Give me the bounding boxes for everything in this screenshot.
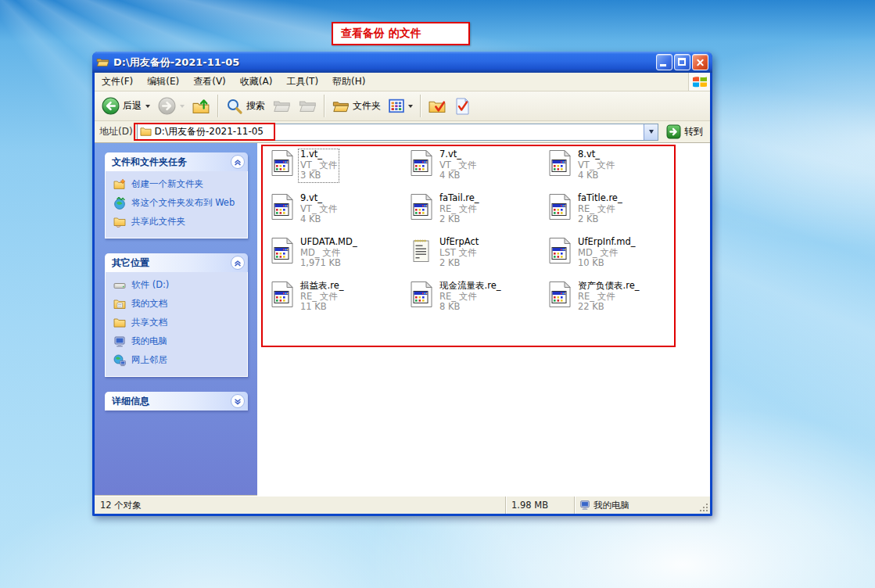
search-button[interactable]: 搜索 — [222, 96, 269, 117]
menu-view[interactable]: 查看(V) — [186, 73, 233, 91]
drive-icon — [113, 279, 126, 292]
chevron-up-icon — [233, 157, 242, 167]
back-button[interactable]: 后退 — [98, 95, 154, 117]
task-label: 将这个文件夹发布到 Web — [131, 197, 235, 208]
menu-help[interactable]: 帮助(H) — [325, 73, 372, 91]
panel-details: 详细信息 — [105, 392, 248, 411]
file-size: 10 KB — [578, 258, 636, 269]
task-publish-to-web[interactable]: 将这个文件夹发布到 Web — [113, 197, 242, 210]
file-size: 2 KB — [578, 214, 622, 225]
place-shared-documents[interactable]: 共享文档 — [113, 317, 242, 329]
file-size: 8 KB — [439, 302, 500, 313]
menu-tools[interactable]: 工具(T) — [279, 73, 325, 91]
file-item[interactable]: 现金流量表.re_ RE_ 文件 8 KB — [407, 279, 546, 323]
panel-details-header[interactable]: 详细信息 — [105, 392, 248, 411]
search-label: 搜索 — [246, 99, 265, 113]
maximize-button[interactable] — [674, 54, 690, 70]
menu-file[interactable]: 文件(F) — [95, 73, 140, 91]
place-label: 我的电脑 — [131, 335, 167, 346]
file-item[interactable]: 7.vt_ VT_ 文件 4 KB — [407, 148, 546, 192]
publish-web-icon — [113, 197, 126, 210]
file-item[interactable]: faTitle.re_ RE_ 文件 2 KB — [546, 192, 680, 235]
my-computer-icon — [579, 500, 590, 511]
views-dropdown-caret[interactable] — [408, 105, 413, 108]
file-name: 现金流量表.re_ — [439, 281, 500, 292]
table-file-icon — [407, 280, 434, 309]
file-name: 损益表.re_ — [300, 281, 343, 292]
file-item[interactable]: 1.vt_ VT_ 文件 3 KB — [268, 148, 407, 192]
expand-button[interactable] — [231, 394, 245, 408]
share-folder-icon — [113, 216, 126, 228]
close-button[interactable] — [692, 54, 708, 70]
file-name: UfErpInf.md_ — [578, 237, 636, 248]
forward-button[interactable] — [154, 95, 188, 117]
file-item[interactable]: 9.vt_ VT_ 文件 4 KB — [268, 192, 407, 235]
panel-title: 其它位置 — [112, 256, 231, 270]
panel-other-places-header[interactable]: 其它位置 — [105, 253, 248, 272]
views-button[interactable] — [385, 97, 417, 116]
copy-to-button[interactable] — [295, 95, 321, 117]
file-item[interactable]: 损益表.re_ RE_ 文件 11 KB — [268, 279, 407, 323]
status-total-size: 1.98 MB — [505, 497, 574, 514]
folder-check-button[interactable] — [425, 95, 450, 117]
up-button[interactable] — [188, 95, 214, 117]
annotation-text: 查看备份 的文件 — [341, 27, 421, 41]
file-item[interactable]: 资产负债表.re_ RE_ 文件 22 KB — [546, 279, 680, 323]
move-to-icon — [273, 97, 291, 115]
network-places-icon — [113, 354, 126, 367]
file-size: 4 KB — [439, 170, 476, 181]
file-name: 资产负债表.re_ — [578, 281, 639, 292]
place-label: 共享文档 — [131, 317, 167, 328]
panel-file-tasks: 文件和文件夹任务 创建一个新文件夹 将这个文件夹发布到 Web — [105, 152, 248, 238]
menu-favorites[interactable]: 收藏(A) — [233, 73, 280, 91]
task-create-new-folder[interactable]: 创建一个新文件夹 — [113, 178, 242, 191]
search-icon — [226, 98, 243, 115]
folders-label: 文件夹 — [353, 99, 381, 113]
file-name: UFDATA.MD_ — [300, 237, 357, 248]
move-to-button[interactable] — [269, 95, 295, 117]
file-item[interactable]: faTail.re_ RE_ 文件 2 KB — [407, 192, 546, 235]
place-my-documents[interactable]: 我的文档 — [113, 298, 242, 310]
place-my-computer[interactable]: 我的电脑 — [113, 335, 242, 348]
file-item[interactable]: UFDATA.MD_ MD_ 文件 1,971 KB — [268, 235, 407, 279]
folders-button[interactable]: 文件夹 — [328, 96, 385, 117]
status-bar: 12 个对象 1.98 MB 我的电脑 — [95, 496, 710, 514]
file-type: RE_ 文件 — [578, 292, 639, 303]
folders-icon — [332, 98, 350, 115]
resize-grip[interactable] — [698, 497, 710, 514]
place-network[interactable]: 网上邻居 — [113, 354, 242, 367]
explorer-window: D:\用友备份-2021-11-05 文件(F) 编辑(E) 查看(V) 收藏(… — [92, 52, 712, 516]
file-type: VT_ 文件 — [578, 160, 615, 171]
file-name: faTail.re_ — [439, 193, 479, 204]
collapse-button[interactable] — [231, 155, 245, 169]
back-dropdown-caret[interactable] — [145, 105, 150, 108]
address-input[interactable]: D:\用友备份-2021-11-05 — [137, 124, 658, 141]
collapse-button[interactable] — [231, 256, 245, 270]
file-item[interactable]: UfErpAct LST 文件 2 KB — [407, 235, 546, 279]
address-dropdown-button[interactable] — [644, 124, 658, 140]
file-size: 3 KB — [300, 170, 337, 181]
panel-title: 文件和文件夹任务 — [112, 156, 231, 169]
file-item[interactable]: UfErpInf.md_ MD_ 文件 10 KB — [546, 235, 680, 279]
windows-logo-icon — [688, 73, 710, 91]
place-label: 网上邻居 — [131, 354, 167, 365]
file-list-area[interactable]: 1.vt_ VT_ 文件 3 KB 7.vt_ VT_ 文件 4 KB — [257, 143, 710, 496]
file-size: 1,971 KB — [300, 258, 357, 269]
status-object-count: 12 个对象 — [95, 500, 505, 511]
file-size: 4 KB — [578, 170, 615, 181]
chevron-up-icon — [233, 258, 242, 267]
title-bar[interactable]: D:\用友备份-2021-11-05 — [92, 52, 712, 73]
task-share-folder[interactable]: 共享此文件夹 — [113, 216, 242, 228]
page-check-button[interactable] — [450, 96, 474, 117]
file-item[interactable]: 8.vt_ VT_ 文件 4 KB — [546, 148, 680, 192]
desktop: 查看备份 的文件 D:\用友备份-2021-11-05 文件(F) 编辑(E) … — [0, 0, 875, 588]
minimize-button[interactable] — [656, 54, 672, 70]
file-name: UfErpAct — [439, 237, 479, 248]
file-name: faTitle.re_ — [578, 193, 622, 204]
place-drive-d[interactable]: 软件 (D:) — [113, 279, 242, 292]
file-size: 11 KB — [300, 302, 343, 313]
table-file-icon — [546, 149, 572, 177]
menu-edit[interactable]: 编辑(E) — [140, 73, 186, 91]
panel-file-tasks-header[interactable]: 文件和文件夹任务 — [105, 152, 248, 171]
go-button[interactable]: 转到 — [662, 123, 707, 142]
